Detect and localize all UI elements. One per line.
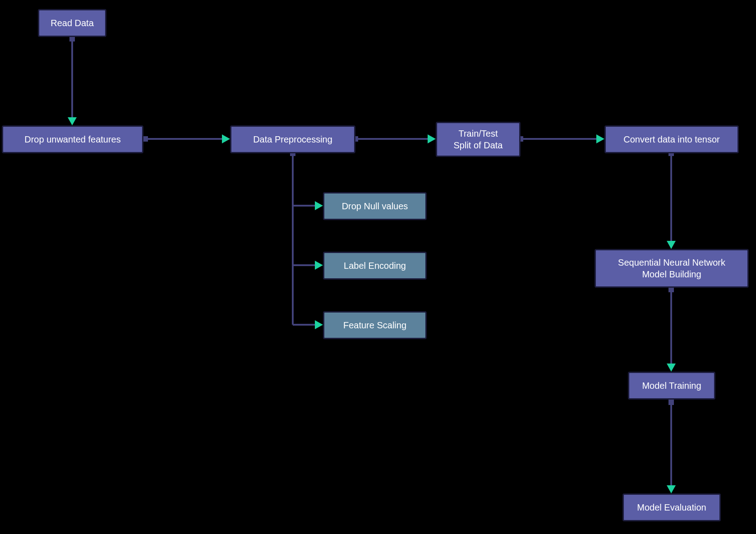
node-label: Feature Scaling [343, 319, 406, 331]
node-label-encoding: Label Encoding [323, 252, 427, 280]
node-model-evaluation: Model Evaluation [622, 493, 721, 521]
node-drop-features: Drop unwanted features [2, 125, 143, 153]
node-convert-tensor: Convert data into tensor [604, 125, 739, 153]
svg-rect-26 [668, 400, 674, 405]
svg-marker-8 [428, 134, 436, 143]
node-model-training: Model Training [628, 372, 715, 400]
svg-marker-17 [315, 261, 323, 270]
svg-marker-11 [596, 134, 604, 143]
node-label: Convert data into tensor [623, 134, 719, 145]
node-model-building: Sequential Neural Network Model Building [595, 249, 749, 288]
node-label: Sequential Neural Network Model Building [618, 257, 725, 280]
node-label: Data Preprocessing [253, 134, 332, 145]
node-label: Drop unwanted features [24, 134, 120, 145]
svg-marker-25 [667, 364, 676, 372]
node-read-data: Read Data [38, 9, 106, 37]
node-label: Model Evaluation [637, 502, 706, 513]
node-label: Read Data [51, 17, 94, 29]
svg-marker-2 [68, 117, 77, 125]
node-feature-scaling: Feature Scaling [323, 311, 427, 339]
node-label: Model Training [642, 380, 701, 391]
node-label: Drop Null values [342, 200, 408, 212]
svg-marker-22 [667, 241, 676, 249]
node-label: Label Encoding [344, 260, 406, 272]
svg-marker-19 [315, 320, 323, 329]
node-train-test-split: Train/Test Split of Data [436, 122, 521, 157]
svg-marker-15 [315, 201, 323, 210]
svg-marker-28 [667, 485, 676, 493]
svg-marker-5 [222, 134, 230, 143]
node-label: Train/Test Split of Data [454, 128, 503, 151]
node-drop-null: Drop Null values [323, 192, 427, 220]
node-preprocessing: Data Preprocessing [230, 125, 355, 153]
